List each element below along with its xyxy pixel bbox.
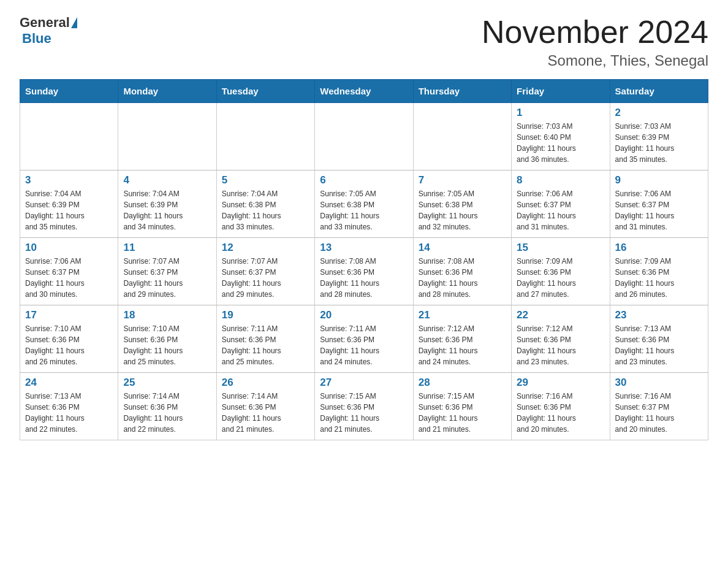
calendar-cell: 6Sunrise: 7:05 AM Sunset: 6:38 PM Daylig… (315, 170, 413, 238)
page-header: General Blue November 2024 Somone, Thies… (20, 15, 708, 69)
calendar-header-friday: Friday (512, 80, 610, 103)
calendar-cell: 28Sunrise: 7:15 AM Sunset: 6:36 PM Dayli… (413, 373, 511, 440)
day-number: 26 (222, 377, 309, 389)
calendar-cell (118, 103, 216, 170)
day-number: 9 (615, 174, 703, 186)
logo: General Blue (20, 15, 78, 47)
day-number: 6 (320, 174, 408, 186)
calendar-cell: 29Sunrise: 7:16 AM Sunset: 6:36 PM Dayli… (512, 373, 610, 440)
day-info: Sunrise: 7:05 AM Sunset: 6:38 PM Dayligh… (320, 188, 408, 232)
day-number: 30 (615, 377, 703, 389)
day-number: 2 (615, 107, 703, 119)
month-title: November 2024 (482, 15, 708, 50)
calendar-week-row: 3Sunrise: 7:04 AM Sunset: 6:39 PM Daylig… (20, 170, 708, 238)
calendar-table: SundayMondayTuesdayWednesdayThursdayFrid… (20, 79, 708, 440)
day-number: 21 (419, 309, 506, 321)
day-number: 7 (419, 174, 506, 186)
day-number: 28 (419, 377, 506, 389)
day-info: Sunrise: 7:12 AM Sunset: 6:36 PM Dayligh… (517, 323, 604, 367)
calendar-cell: 10Sunrise: 7:06 AM Sunset: 6:37 PM Dayli… (20, 238, 118, 305)
day-number: 29 (517, 377, 604, 389)
calendar-cell: 25Sunrise: 7:14 AM Sunset: 6:36 PM Dayli… (118, 373, 216, 440)
day-number: 17 (25, 309, 113, 321)
day-info: Sunrise: 7:04 AM Sunset: 6:39 PM Dayligh… (123, 188, 211, 232)
day-number: 18 (123, 309, 211, 321)
calendar-cell: 21Sunrise: 7:12 AM Sunset: 6:36 PM Dayli… (413, 305, 511, 373)
day-number: 22 (517, 309, 604, 321)
calendar-cell: 2Sunrise: 7:03 AM Sunset: 6:39 PM Daylig… (610, 103, 708, 170)
location-title: Somone, Thies, Senegal (482, 52, 708, 69)
calendar-header-thursday: Thursday (413, 80, 511, 103)
calendar-cell: 11Sunrise: 7:07 AM Sunset: 6:37 PM Dayli… (118, 238, 216, 305)
day-number: 27 (320, 377, 408, 389)
day-info: Sunrise: 7:11 AM Sunset: 6:36 PM Dayligh… (320, 323, 408, 367)
day-number: 10 (25, 242, 113, 254)
logo-triangle-icon (71, 17, 77, 28)
day-info: Sunrise: 7:06 AM Sunset: 6:37 PM Dayligh… (517, 188, 604, 232)
calendar-cell: 8Sunrise: 7:06 AM Sunset: 6:37 PM Daylig… (512, 170, 610, 238)
calendar-cell: 18Sunrise: 7:10 AM Sunset: 6:36 PM Dayli… (118, 305, 216, 373)
calendar-week-row: 1Sunrise: 7:03 AM Sunset: 6:40 PM Daylig… (20, 103, 708, 170)
logo-text: General (20, 15, 78, 31)
calendar-cell: 13Sunrise: 7:08 AM Sunset: 6:36 PM Dayli… (315, 238, 413, 305)
day-info: Sunrise: 7:10 AM Sunset: 6:36 PM Dayligh… (123, 323, 211, 367)
calendar-week-row: 10Sunrise: 7:06 AM Sunset: 6:37 PM Dayli… (20, 238, 708, 305)
calendar-cell: 26Sunrise: 7:14 AM Sunset: 6:36 PM Dayli… (216, 373, 314, 440)
day-info: Sunrise: 7:09 AM Sunset: 6:36 PM Dayligh… (615, 256, 703, 300)
logo-general-text: General (20, 15, 70, 31)
day-number: 4 (123, 174, 211, 186)
day-info: Sunrise: 7:06 AM Sunset: 6:37 PM Dayligh… (615, 188, 703, 232)
calendar-header-wednesday: Wednesday (315, 80, 413, 103)
day-info: Sunrise: 7:13 AM Sunset: 6:36 PM Dayligh… (25, 391, 113, 435)
day-info: Sunrise: 7:13 AM Sunset: 6:36 PM Dayligh… (615, 323, 703, 367)
calendar-cell: 24Sunrise: 7:13 AM Sunset: 6:36 PM Dayli… (20, 373, 118, 440)
calendar-cell: 27Sunrise: 7:15 AM Sunset: 6:36 PM Dayli… (315, 373, 413, 440)
day-info: Sunrise: 7:04 AM Sunset: 6:38 PM Dayligh… (222, 188, 309, 232)
calendar-header-row: SundayMondayTuesdayWednesdayThursdayFrid… (20, 80, 708, 103)
day-number: 1 (517, 107, 604, 119)
day-info: Sunrise: 7:12 AM Sunset: 6:36 PM Dayligh… (419, 323, 506, 367)
day-number: 8 (517, 174, 604, 186)
calendar-cell: 20Sunrise: 7:11 AM Sunset: 6:36 PM Dayli… (315, 305, 413, 373)
day-info: Sunrise: 7:09 AM Sunset: 6:36 PM Dayligh… (517, 256, 604, 300)
day-number: 3 (25, 174, 113, 186)
calendar-cell: 22Sunrise: 7:12 AM Sunset: 6:36 PM Dayli… (512, 305, 610, 373)
day-info: Sunrise: 7:03 AM Sunset: 6:39 PM Dayligh… (615, 121, 703, 165)
calendar-cell: 3Sunrise: 7:04 AM Sunset: 6:39 PM Daylig… (20, 170, 118, 238)
day-info: Sunrise: 7:06 AM Sunset: 6:37 PM Dayligh… (25, 256, 113, 300)
calendar-cell: 23Sunrise: 7:13 AM Sunset: 6:36 PM Dayli… (610, 305, 708, 373)
day-info: Sunrise: 7:15 AM Sunset: 6:36 PM Dayligh… (419, 391, 506, 435)
day-info: Sunrise: 7:07 AM Sunset: 6:37 PM Dayligh… (123, 256, 211, 300)
day-info: Sunrise: 7:08 AM Sunset: 6:36 PM Dayligh… (320, 256, 408, 300)
calendar-week-row: 17Sunrise: 7:10 AM Sunset: 6:36 PM Dayli… (20, 305, 708, 373)
calendar-cell: 5Sunrise: 7:04 AM Sunset: 6:38 PM Daylig… (216, 170, 314, 238)
calendar-cell: 19Sunrise: 7:11 AM Sunset: 6:36 PM Dayli… (216, 305, 314, 373)
day-number: 13 (320, 242, 408, 254)
day-info: Sunrise: 7:11 AM Sunset: 6:36 PM Dayligh… (222, 323, 309, 367)
day-info: Sunrise: 7:14 AM Sunset: 6:36 PM Dayligh… (123, 391, 211, 435)
day-info: Sunrise: 7:14 AM Sunset: 6:36 PM Dayligh… (222, 391, 309, 435)
day-number: 23 (615, 309, 703, 321)
day-number: 15 (517, 242, 604, 254)
day-number: 11 (123, 242, 211, 254)
calendar-cell: 7Sunrise: 7:05 AM Sunset: 6:38 PM Daylig… (413, 170, 511, 238)
calendar-cell: 4Sunrise: 7:04 AM Sunset: 6:39 PM Daylig… (118, 170, 216, 238)
day-number: 19 (222, 309, 309, 321)
day-number: 20 (320, 309, 408, 321)
logo-blue-text: Blue (22, 31, 51, 46)
calendar-cell: 12Sunrise: 7:07 AM Sunset: 6:37 PM Dayli… (216, 238, 314, 305)
calendar-week-row: 24Sunrise: 7:13 AM Sunset: 6:36 PM Dayli… (20, 373, 708, 440)
day-number: 14 (419, 242, 506, 254)
calendar-cell: 14Sunrise: 7:08 AM Sunset: 6:36 PM Dayli… (413, 238, 511, 305)
calendar-cell: 9Sunrise: 7:06 AM Sunset: 6:37 PM Daylig… (610, 170, 708, 238)
calendar-header-saturday: Saturday (610, 80, 708, 103)
calendar-cell: 15Sunrise: 7:09 AM Sunset: 6:36 PM Dayli… (512, 238, 610, 305)
day-info: Sunrise: 7:07 AM Sunset: 6:37 PM Dayligh… (222, 256, 309, 300)
calendar-cell: 17Sunrise: 7:10 AM Sunset: 6:36 PM Dayli… (20, 305, 118, 373)
day-number: 25 (123, 377, 211, 389)
calendar-cell (315, 103, 413, 170)
day-info: Sunrise: 7:15 AM Sunset: 6:36 PM Dayligh… (320, 391, 408, 435)
day-info: Sunrise: 7:10 AM Sunset: 6:36 PM Dayligh… (25, 323, 113, 367)
day-info: Sunrise: 7:16 AM Sunset: 6:37 PM Dayligh… (615, 391, 703, 435)
day-info: Sunrise: 7:03 AM Sunset: 6:40 PM Dayligh… (517, 121, 604, 165)
